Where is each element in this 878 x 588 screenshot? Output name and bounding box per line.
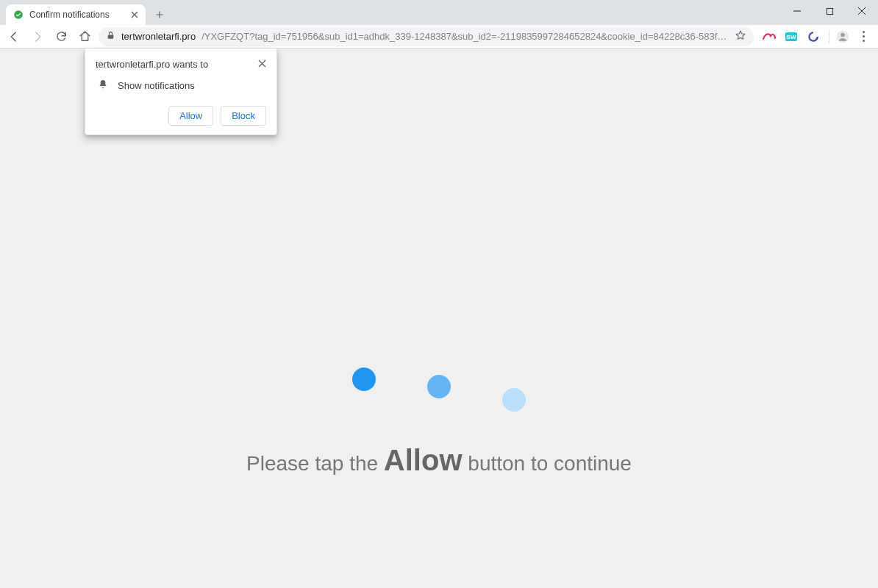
page-message: Please tap the Allow button to continue <box>246 444 632 477</box>
window-controls <box>781 0 878 22</box>
svg-point-6 <box>840 32 845 37</box>
tab-title: Confirm notifications <box>29 10 124 20</box>
kebab-menu-icon[interactable] <box>856 31 871 42</box>
extension-icon-3[interactable] <box>807 30 820 43</box>
close-tab-icon[interactable] <box>129 10 140 20</box>
close-window-button[interactable] <box>846 0 878 22</box>
notification-permission-prompt: tertwronletarfi.pro wants to Show notifi… <box>85 49 277 135</box>
forward-button[interactable] <box>28 27 47 46</box>
extension-icon-2[interactable]: SW <box>785 30 798 43</box>
profile-avatar-icon[interactable] <box>834 28 852 46</box>
close-prompt-icon[interactable] <box>258 59 266 69</box>
checkmark-circle-icon <box>13 10 24 20</box>
svg-text:SW: SW <box>787 34 796 40</box>
svg-point-0 <box>14 10 23 19</box>
page-content: tertwronletarfi.pro wants to Show notifi… <box>0 49 878 588</box>
browser-toolbar: tertwronletarfi.pro/YXGFZQT?tag_id=75195… <box>0 25 878 49</box>
home-button[interactable] <box>75 27 94 46</box>
msg-suffix: button to continue <box>463 452 632 475</box>
block-button[interactable]: Block <box>221 106 266 126</box>
extension-icons: SW <box>758 30 824 43</box>
maximize-button[interactable] <box>813 0 846 22</box>
prompt-permission-label: Show notifications <box>118 80 195 91</box>
msg-prefix: Please tap the <box>246 452 384 475</box>
loading-dot-1 <box>352 368 376 391</box>
svg-rect-2 <box>108 35 114 38</box>
msg-emphasis: Allow <box>384 444 463 476</box>
bell-icon <box>97 79 109 93</box>
bookmark-star-icon[interactable] <box>735 29 746 43</box>
address-bar[interactable]: tertwronletarfi.pro/YXGFZQT?tag_id=75195… <box>99 27 754 46</box>
extension-icon-1[interactable] <box>763 30 776 43</box>
new-tab-button[interactable] <box>150 5 169 24</box>
loading-dots <box>352 365 526 409</box>
minimize-button[interactable] <box>781 0 813 22</box>
window-titlebar: Confirm notifications <box>0 0 878 25</box>
url-host: tertwronletarfi.pro <box>121 31 196 42</box>
loading-dot-3 <box>502 388 526 412</box>
toolbar-separator <box>829 30 829 43</box>
reload-button[interactable] <box>51 27 71 46</box>
prompt-origin-text: tertwronletarfi.pro wants to <box>96 59 208 71</box>
lock-icon <box>106 31 115 43</box>
loading-dot-2 <box>427 375 451 398</box>
back-button[interactable] <box>4 27 24 46</box>
allow-button[interactable]: Allow <box>168 106 213 126</box>
svg-rect-1 <box>827 8 832 14</box>
browser-tab[interactable]: Confirm notifications <box>6 4 146 25</box>
url-path: /YXGFZQT?tag_id=751956&sub_id1=adhdk_339… <box>201 31 729 42</box>
